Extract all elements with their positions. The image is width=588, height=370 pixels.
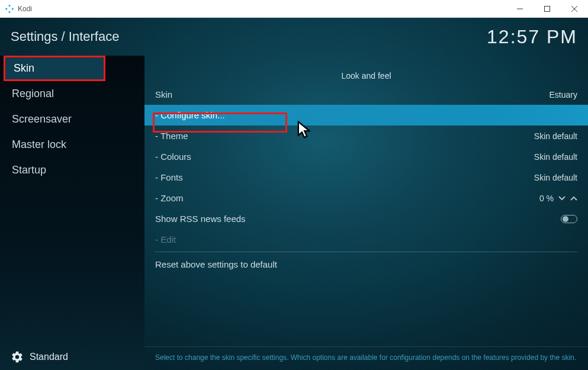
setting-theme[interactable]: - Theme Skin default <box>144 126 588 146</box>
zoom-spinner[interactable]: 0 % <box>539 194 577 203</box>
sidebar-item-label: Regional <box>12 88 54 100</box>
close-button[interactable] <box>561 0 588 18</box>
minimize-button[interactable] <box>506 0 534 18</box>
app-header: Settings / Interface 12:57 PM <box>0 18 588 56</box>
setting-edit: - Edit <box>144 229 588 250</box>
divider <box>155 252 577 252</box>
settings-list: Skin Estuary - Configure skin... - Theme… <box>144 84 588 346</box>
window-title: Kodi <box>18 5 32 13</box>
setting-fonts[interactable]: - Fonts Skin default <box>144 167 588 188</box>
sidebar: Skin Regional Screensaver Master lock St… <box>0 56 144 370</box>
sidebar-item-regional[interactable]: Regional <box>0 81 144 107</box>
setting-zoom[interactable]: - Zoom 0 % <box>144 188 588 208</box>
svg-rect-2 <box>11 8 14 10</box>
clock: 12:57 PM <box>487 26 577 48</box>
gear-icon <box>11 350 24 363</box>
setting-label: - Theme <box>155 131 188 141</box>
setting-label: Reset above settings to default <box>155 259 277 269</box>
setting-label: - Colours <box>155 152 191 162</box>
sidebar-item-master-lock[interactable]: Master lock <box>0 132 144 157</box>
setting-label: Skin <box>155 89 172 99</box>
setting-value: Skin default <box>534 131 577 141</box>
setting-configure-skin[interactable]: - Configure skin... <box>144 105 588 126</box>
sidebar-item-label: Screensaver <box>12 113 72 126</box>
sidebar-list: Skin Regional Screensaver Master lock St… <box>0 56 144 344</box>
settings-level-label: Standard <box>30 352 68 362</box>
help-text: Select to change the skin specific setti… <box>144 346 588 370</box>
sidebar-item-label: Master lock <box>12 139 66 151</box>
sidebar-item-label: Startup <box>12 164 46 176</box>
settings-level-button[interactable]: Standard <box>0 344 144 370</box>
setting-label: Show RSS news feeds <box>155 214 246 224</box>
setting-value: Skin default <box>534 152 577 162</box>
breadcrumb: Settings / Interface <box>11 29 119 44</box>
sidebar-item-screensaver[interactable]: Screensaver <box>0 107 144 132</box>
svg-rect-3 <box>8 11 11 13</box>
setting-label: - Configure skin... <box>155 110 225 120</box>
setting-rss[interactable]: Show RSS news feeds <box>144 208 588 229</box>
sidebar-item-startup[interactable]: Startup <box>0 157 144 183</box>
svg-rect-5 <box>545 6 550 11</box>
setting-skin[interactable]: Skin Estuary <box>144 84 588 105</box>
setting-value: Estuary <box>550 90 577 99</box>
kodi-logo-icon <box>5 4 14 14</box>
window-titlebar: Kodi <box>0 0 588 18</box>
setting-label: - Edit <box>155 234 176 244</box>
setting-reset[interactable]: Reset above settings to default <box>144 254 588 275</box>
setting-label: - Zoom <box>155 193 184 203</box>
svg-rect-0 <box>8 4 11 7</box>
window-controls <box>506 0 588 18</box>
main-panel: Look and feel Skin Estuary - Configure s… <box>144 56 588 370</box>
rss-toggle[interactable] <box>561 215 577 223</box>
setting-colours[interactable]: - Colours Skin default <box>144 146 588 167</box>
maximize-button[interactable] <box>534 0 561 18</box>
svg-rect-1 <box>5 8 8 10</box>
toggle-knob <box>563 216 568 222</box>
chevron-up-icon[interactable] <box>570 196 577 201</box>
sidebar-item-skin[interactable]: Skin <box>4 56 105 81</box>
chevron-down-icon[interactable] <box>558 196 565 201</box>
setting-value: 0 % <box>539 194 554 203</box>
setting-label: - Fonts <box>155 172 183 182</box>
setting-value: Skin default <box>534 173 577 182</box>
section-title: Look and feel <box>144 56 588 84</box>
sidebar-item-label: Skin <box>14 62 34 75</box>
